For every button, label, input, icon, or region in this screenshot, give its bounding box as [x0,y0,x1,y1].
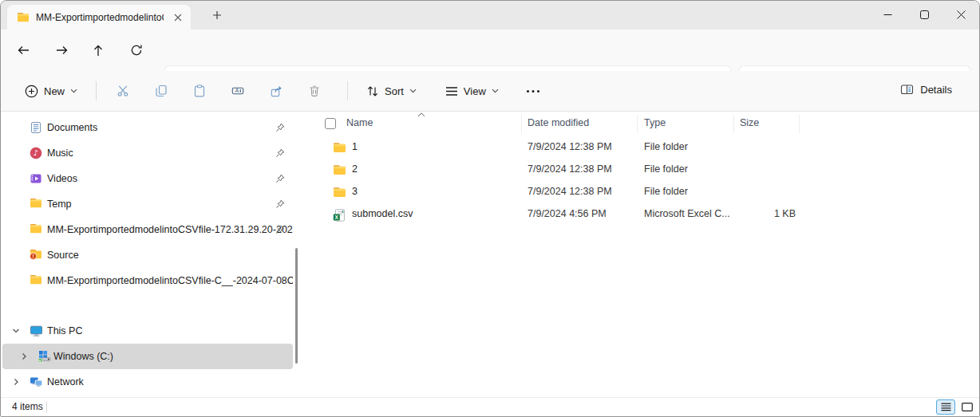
sidebar-item-mm-export-c[interactable]: MM-ExportimportedmodelintoCSVfile-C__-20… [2,268,293,293]
select-all-checkbox[interactable] [325,118,336,129]
file-row-submodel-csv[interactable]: aX submodel.csv 7/9/2024 4:56 PM Microso… [316,203,979,226]
pin-icon [275,148,285,158]
folder-icon [30,198,42,208]
sidebar-item-temp[interactable]: Temp [2,191,293,217]
pin-icon [275,225,285,234]
folder-icon [333,164,346,175]
file-size: 1 KB [733,208,796,219]
chevron-down-icon [70,89,77,93]
chevron-right-icon[interactable] [12,378,20,386]
column-header-name[interactable]: Name [346,117,373,128]
new-button-label: New [44,85,65,97]
file-name: 1 [352,141,358,152]
documents-icon [30,121,42,134]
copy-button[interactable] [145,77,177,104]
file-name: submodel.csv [352,208,413,219]
file-name: 2 [352,163,358,175]
rename-button[interactable]: A [222,77,254,104]
drive-windows-icon [38,350,51,363]
column-divider[interactable] [637,115,638,133]
new-button[interactable]: New [17,79,85,104]
svg-text:A: A [235,88,239,93]
main-content: Documents ♪ Music Videos [1,112,979,397]
column-header-date-modified[interactable]: Date modified [528,117,589,128]
file-row-folder-1[interactable]: 1 7/9/2024 12:38 PM File folder [316,136,979,159]
content-view-icon [962,403,973,411]
delete-button[interactable] [298,77,330,104]
file-type: File folder [644,186,688,197]
folder-icon [333,142,346,153]
folder-icon [333,187,346,198]
details-view-toggle[interactable] [936,399,955,415]
forward-button[interactable] [49,37,74,63]
items-count: 4 items [12,401,43,412]
status-divider [46,402,47,413]
chevron-down-icon [492,89,499,93]
maximize-button[interactable] [906,1,942,29]
chevron-down-icon[interactable] [12,327,20,335]
file-date: 7/9/2024 12:38 PM [528,186,612,197]
column-header-size[interactable]: Size [740,117,759,128]
svg-text:a: a [342,210,344,214]
content-view-toggle[interactable] [958,399,976,415]
folder-alert-icon: ! [30,249,42,260]
file-type: File folder [644,163,688,175]
sidebar-item-source[interactable]: ! Source [2,242,293,268]
file-date: 7/9/2024 4:56 PM [528,208,607,219]
chevron-down-icon [409,89,417,93]
file-date: 7/9/2024 12:38 PM [528,163,612,175]
sidebar-item-windows-c[interactable]: Windows (C:) [2,344,293,369]
svg-text:♪: ♪ [34,148,38,157]
file-type: File folder [644,141,688,152]
close-button[interactable] [942,1,979,29]
sort-button-label: Sort [385,85,404,97]
file-list: Name Date modified Type Size 1 7/9/2024 … [316,112,979,397]
view-button[interactable]: View [437,80,507,103]
new-tab-button[interactable] [207,6,227,25]
sidebar-section-gap [1,293,302,318]
details-view-icon [941,403,951,411]
column-header-type[interactable]: Type [644,117,666,128]
column-divider[interactable] [799,115,800,133]
sort-arrows-icon [366,85,379,97]
details-pane-button[interactable]: Details [894,77,958,101]
share-button[interactable] [260,77,292,104]
column-divider[interactable] [521,115,522,133]
command-toolbar: New A Sort [1,71,979,112]
status-bar: 4 items [1,397,979,416]
back-button[interactable] [10,37,36,63]
folder-icon [30,274,42,285]
explorer-tab[interactable]: MM-ExportimportedmodelintoCSVfile-C__-20… [7,5,191,30]
sidebar-item-network[interactable]: Network [2,369,293,395]
navigation-pane: Documents ♪ Music Videos [1,112,302,397]
navigation-bar: ··· Windows (C:) Temp MM-Exportimportedm… [1,30,979,71]
column-header-row: Name Date modified Type Size [316,112,979,136]
music-icon: ♪ [30,147,42,159]
toolbar-divider [347,81,348,100]
sidebar-item-music[interactable]: ♪ Music [2,140,293,166]
file-type: Microsoft Excel C... [644,208,730,219]
up-button[interactable] [85,37,111,63]
more-options-button[interactable] [518,84,548,99]
tab-title: MM-ExportimportedmodelintoCSVfile-C__-20… [36,12,164,23]
file-row-folder-3[interactable]: 3 7/9/2024 12:38 PM File folder [316,181,979,203]
sort-button[interactable]: Sort [358,80,425,103]
sort-ascending-icon [417,112,425,117]
sidebar-item-mm-export-172[interactable]: MM-ExportimportedmodelintoCSVfile-172.31… [2,217,293,242]
videos-icon [30,172,42,185]
cut-button[interactable] [107,77,139,104]
minimize-button[interactable] [869,1,906,29]
sidebar-item-this-pc[interactable]: This PC [2,318,293,344]
plus-circle-icon [25,85,38,98]
refresh-button[interactable] [124,37,149,63]
column-divider[interactable] [733,115,734,133]
paste-button[interactable] [184,77,215,104]
list-lines-icon [445,86,458,96]
sidebar-item-documents[interactable]: Documents [2,115,293,140]
sidebar-scrollbar-thumb[interactable] [295,248,298,364]
chevron-right-icon[interactable] [20,352,28,360]
file-name: 3 [352,186,358,197]
file-row-folder-2[interactable]: 2 7/9/2024 12:38 PM File folder [316,159,979,181]
sidebar-item-videos[interactable]: Videos [2,166,293,191]
tab-close-icon[interactable] [170,10,186,26]
